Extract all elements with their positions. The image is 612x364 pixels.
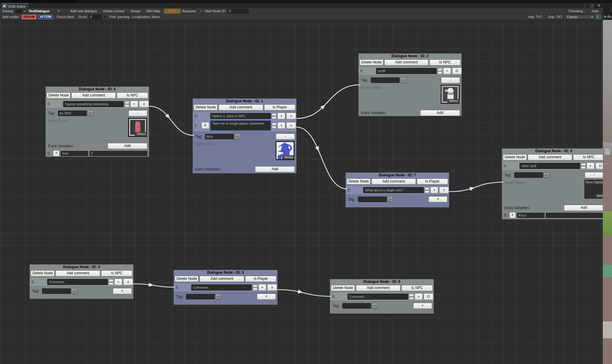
comment-text-field[interactable]: Option 1, back to NPC [210, 113, 271, 119]
tag-dropdown-button[interactable]: ▼ [215, 294, 221, 300]
dialogue-node-1[interactable]: Dialogue Node - ID: 1Delete NodeAdd comm… [192, 98, 297, 174]
collapse-options-button[interactable]: - [276, 133, 295, 140]
dialogue-node-6[interactable]: Dialogue Node - ID: 6Delete NodeAdd comm… [329, 279, 434, 314]
focus-next-button[interactable]: Focus Next [54, 14, 77, 20]
comment-text-field[interactable]: Comment... [191, 284, 252, 291]
move-up-button[interactable] [425, 187, 429, 190]
delete-node-button[interactable]: Delete Node [31, 270, 55, 276]
connect-output-button[interactable]: O [595, 163, 603, 169]
comment-text-field[interactable]: stufff [376, 68, 437, 74]
dialogue-node-0[interactable]: Dialogue Node - ID: 0Delete NodeAdd comm… [45, 86, 150, 157]
tag-dropdown-button[interactable]: ▼ [387, 196, 393, 202]
tag-input[interactable]: An NPC [58, 111, 87, 116]
delete-node-button[interactable]: Delete Node [503, 154, 527, 160]
add-comment-button[interactable]: Add comment [528, 154, 572, 160]
move-down-button[interactable] [409, 297, 414, 300]
grid-icon[interactable] [596, 15, 600, 19]
skin-style-dropdown[interactable]: Classic ▼ [565, 15, 595, 19]
comment-text-field[interactable]: other stuff [519, 163, 580, 169]
actor-toggle-button[interactable]: Is NPC [429, 59, 461, 66]
tag-dropdown-button[interactable]: ▼ [71, 288, 77, 294]
move-down-button[interactable] [253, 288, 257, 291]
add-comment-button[interactable]: Add comment [384, 59, 428, 66]
export-txt-button[interactable]: Exp. TXT [545, 14, 565, 20]
add-comment-button[interactable]: Add comment [371, 178, 416, 185]
add-comment-button[interactable]: Add comment [356, 285, 401, 291]
comment-text-field[interactable]: Take me to single player statement [210, 120, 271, 131]
reorder-buttons[interactable] [409, 294, 414, 300]
reorder-buttons[interactable] [581, 163, 586, 169]
maximize-icon[interactable]: ▢ [590, 3, 594, 8]
disconnect-output-button[interactable]: x [139, 101, 149, 107]
add-comment-row-button[interactable]: + [258, 284, 266, 291]
move-down-button[interactable] [438, 71, 442, 74]
move-up-button[interactable] [253, 285, 257, 287]
move-up-button[interactable] [438, 68, 442, 71]
remove-comment-button[interactable]: X [201, 122, 209, 129]
move-up-button[interactable] [409, 294, 414, 297]
actor-toggle-button[interactable]: Is Player [264, 104, 295, 111]
add-comment-row-button[interactable]: + [114, 279, 122, 285]
tag-dropdown-button[interactable]: ▼ [234, 133, 240, 140]
actor-toggle-button[interactable]: Is NPC [573, 154, 603, 160]
dialogue-select-dropdown[interactable]: TestDialogue ▼ [27, 9, 67, 13]
add-comment-row-button[interactable]: + [130, 101, 138, 107]
kebab-menu-icon[interactable]: ⋮ [583, 3, 587, 8]
add-comment-row-button[interactable]: + [277, 122, 285, 129]
move-down-button[interactable] [125, 104, 129, 107]
tag-dropdown-button[interactable]: ▼ [87, 110, 93, 116]
variable-name-input[interactable]: item [61, 151, 88, 156]
remove-variable-button[interactable]: X [509, 212, 516, 218]
comment-text-field[interactable]: Saying something interesting [63, 101, 124, 107]
delete-node-button[interactable]: Delete Node [359, 59, 383, 66]
save-button[interactable]: SAVE [164, 9, 180, 14]
tag-input[interactable]: Aria [205, 134, 234, 139]
reorder-buttons[interactable] [125, 101, 129, 107]
add-comment-button[interactable]: Add comment [200, 276, 244, 282]
goto-input[interactable]: 0 [89, 15, 102, 19]
delete-node-button[interactable]: Delete Node [347, 178, 371, 185]
tag-dropdown-button[interactable]: ▼ [400, 77, 406, 83]
sprite-select-button[interactable]: Select [447, 99, 460, 103]
dialogue-node-3[interactable]: Dialogue Node - ID: 3Delete NodeAdd comm… [501, 148, 603, 220]
add-variable-button[interactable]: Add [564, 205, 603, 211]
add-comment-button[interactable]: Add comment [219, 104, 263, 111]
collapse-options-button[interactable]: - [128, 110, 147, 116]
expand-options-button[interactable]: + [257, 294, 276, 300]
add-variable-button[interactable]: Add [255, 166, 295, 172]
disconnect-output-button[interactable]: x [123, 279, 133, 285]
tag-input[interactable] [371, 77, 400, 83]
add-comment-row-button[interactable]: + [277, 113, 285, 119]
delete-node-button[interactable]: Delete Node [47, 92, 70, 99]
move-up-button[interactable] [272, 113, 276, 116]
remove-variable-button[interactable]: X [53, 150, 59, 156]
add-variable-button[interactable]: Add [420, 110, 460, 116]
add-comment-button[interactable]: Add comment [71, 92, 116, 99]
variable-name-input[interactable]: Key1 [517, 213, 545, 218]
dialogue-node-4[interactable]: Dialogue Node - ID: 4Delete NodeAdd comm… [29, 264, 134, 299]
reorder-buttons[interactable] [272, 113, 276, 119]
move-up-button[interactable] [272, 123, 276, 126]
actor-toggle-button[interactable]: Is NPC [101, 270, 132, 276]
reorder-buttons[interactable] [272, 123, 276, 129]
add-comment-row-button[interactable]: + [415, 293, 423, 300]
tag-input[interactable] [186, 294, 215, 299]
move-up-button[interactable] [109, 279, 113, 282]
editing-target-box[interactable] [15, 9, 22, 13]
start-node-id-input[interactable]: 0 [227, 9, 249, 13]
actor-toggle-button[interactable]: Is NPC [401, 285, 433, 291]
move-up-button[interactable] [125, 101, 129, 104]
sprite-select-button[interactable]: Select [282, 155, 295, 159]
dialogue-node-5[interactable]: Dialogue Node - ID: 5Delete NodeAdd comm… [173, 269, 278, 305]
delete-current-button[interactable]: Delete current [100, 9, 127, 14]
expand-options-button[interactable]: + [428, 196, 447, 202]
reorder-buttons[interactable] [253, 285, 257, 291]
tag-input[interactable] [358, 197, 387, 202]
tag-input[interactable] [42, 288, 71, 294]
move-down-button[interactable] [581, 166, 586, 169]
variable-value-input[interactable]: 0 [89, 151, 147, 156]
help-button[interactable]: Help [588, 9, 602, 14]
comment-text-field[interactable]: What about a single one? [363, 187, 424, 193]
connect-output-button[interactable]: O [452, 68, 462, 74]
tag-input[interactable] [342, 303, 371, 309]
